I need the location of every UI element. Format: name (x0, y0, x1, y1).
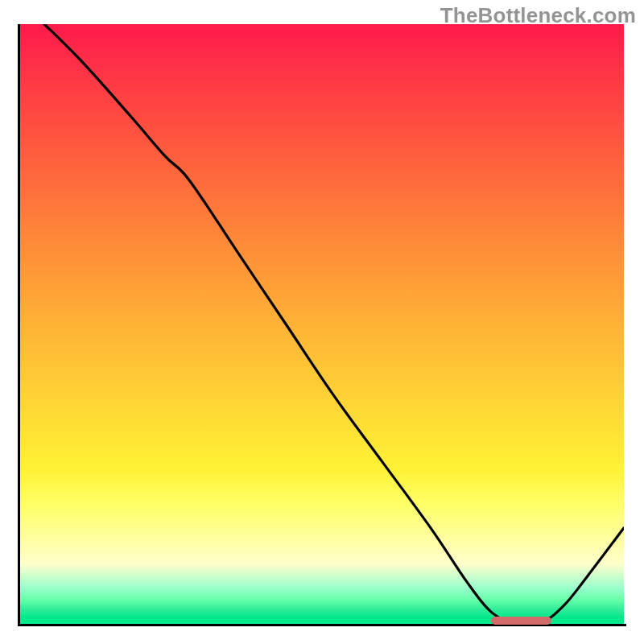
optimal-range-marker (491, 617, 551, 625)
bottleneck-curve (44, 24, 624, 624)
chart-stage: TheBottleneck.com (0, 0, 644, 644)
curve-overlay (20, 24, 624, 624)
watermark-text: TheBottleneck.com (440, 3, 636, 28)
